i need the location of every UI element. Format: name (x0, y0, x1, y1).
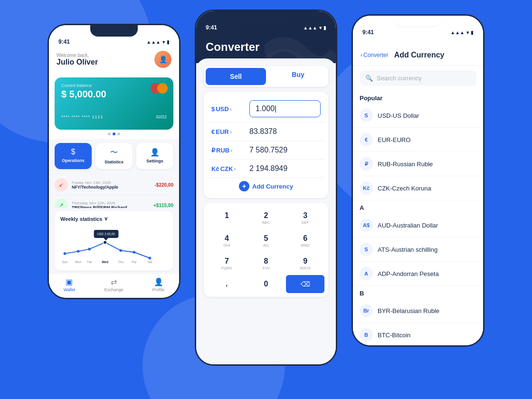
czk-symbol: Kč (211, 165, 219, 172)
credit-card: Current balance $ 5,000.00 **** **** ***… (55, 77, 173, 130)
numpad-7[interactable]: 7PQRS (208, 252, 246, 275)
numpad-row-3: 7PQRS 8TUV 9WXYZ (208, 252, 324, 275)
section-a-title: A (353, 200, 483, 213)
add-currency-button[interactable]: + Add Currency (208, 178, 324, 194)
list-item[interactable]: ₽ RUB-Russian Ruble (353, 152, 483, 176)
phone3-header: ‹ Converter Add Currency (353, 38, 483, 66)
currency-symbol-ats: S (360, 243, 373, 256)
back-button[interactable]: ‹ Converter (361, 52, 389, 58)
exchange-icon: ⇄ (111, 277, 117, 286)
list-item[interactable]: Kč CZK-Czech Koruna (353, 176, 483, 200)
tx-amount-1: -$220,00 (155, 182, 173, 188)
numpad-0[interactable]: 0 (247, 275, 285, 293)
czk-row: Kč CZK › 2 194.8949 (208, 160, 324, 178)
list-item[interactable]: S USD-US Dollar (353, 104, 483, 128)
card-dots (55, 133, 173, 135)
signal-icon: ▲▲▲ (450, 30, 465, 35)
svg-text:Sun: Sun (62, 260, 68, 264)
page-title: Add Currency (394, 51, 445, 59)
list-item[interactable]: Br BYR-Belarusian Ruble (353, 299, 483, 323)
phones-container: 9:41 ▲▲▲ ▾ ▮ Welcome back, Julio Oliver … (0, 0, 532, 380)
settings-button[interactable]: 👤 Settings (136, 143, 173, 169)
numpad-row-1: 1 2ABC 3DEF (208, 207, 324, 229)
list-item[interactable]: € EUR-EURO (353, 128, 483, 152)
numpad-dot[interactable]: . (208, 275, 246, 293)
currency-symbol-rub: ₽ (360, 157, 373, 171)
phone1-time: 9:41 (58, 38, 70, 45)
profile-icon: 👤 (154, 277, 163, 286)
currency-symbol-eur: € (360, 133, 373, 146)
currency-name-byr: BYR-Belarusian Ruble (378, 307, 439, 314)
svg-text:Thu: Thu (118, 260, 124, 264)
tx-name-1: NFY/Technology/Apple (72, 185, 151, 190)
usd-arrow: › (230, 105, 232, 113)
search-box[interactable]: 🔍 Search currency (360, 70, 476, 86)
statistics-label: Statistics (104, 160, 124, 164)
rub-arrow: › (230, 147, 232, 154)
chevron-down-icon: ∨ (104, 216, 108, 222)
currency-symbol-byr: Br (360, 304, 373, 317)
nav-wallet[interactable]: ▣ Wallet (64, 277, 76, 292)
nav-exchange[interactable]: ⇄ Exchange (104, 277, 124, 292)
currency-symbol-btc: B (360, 328, 373, 342)
numpad-3[interactable]: 3DEF (286, 207, 324, 229)
tx-amount-2: +$115,00 (153, 203, 173, 208)
battery-icon: ▮ (471, 30, 474, 35)
operations-button[interactable]: $ Operations (55, 143, 92, 169)
numpad-5[interactable]: 5JKL (247, 229, 285, 252)
card-expiry: 02/22 (156, 114, 167, 119)
weekly-stats-card: Weekly statistics ∨ USD 2.63,00 (55, 211, 173, 270)
statistics-button[interactable]: 〜 Statistics (95, 143, 133, 169)
list-item[interactable]: A ADP-Andorran Peseta (353, 262, 483, 286)
phone2-notch (242, 11, 290, 22)
eur-symbol: € (211, 128, 215, 135)
rub-value: 7 580.7529 (249, 146, 321, 154)
phone2-content: 9:41 ▲▲▲ ▾ ▮ Converter Sell Buy (196, 11, 336, 364)
tx-icon-2: ↗ (55, 199, 68, 208)
list-item[interactable]: B BTC-Bitcoin (353, 323, 483, 345)
wave-decoration (265, 25, 336, 82)
eur-row: € EUR › 83.8378 (208, 123, 324, 141)
usd-input[interactable]: 1.000| (249, 100, 321, 117)
numpad-9[interactable]: 9WXYZ (286, 252, 324, 275)
card-dot-2 (113, 133, 115, 135)
operations-icon: $ (71, 148, 76, 156)
rub-symbol: ₽ (211, 147, 215, 154)
tx-date-1: Fryday, Nov 13th, 2020 (72, 180, 151, 185)
search-input[interactable]: Search currency (377, 75, 422, 82)
card-dot-1 (108, 133, 111, 135)
numpad-1[interactable]: 1 (208, 207, 246, 229)
numpad-row-4: . 0 ⌫ (208, 275, 324, 293)
list-item[interactable]: S ATS-Austrian schilling (353, 238, 483, 262)
table-row: ↗ Thursday, Nov 12th, 2020 TRF/Nepa Bill… (55, 195, 173, 208)
statistics-icon: 〜 (110, 148, 118, 158)
numpad-2[interactable]: 2ABC (247, 207, 285, 229)
currency-symbol-adp: A (360, 267, 373, 280)
card-section: Current balance $ 5,000.00 **** **** ***… (49, 74, 179, 139)
svg-point-9 (149, 256, 152, 259)
table-row: ↙ Fryday, Nov 13th, 2020 NFY/Technology/… (55, 175, 173, 195)
signal-icon: ▲▲▲ (146, 39, 161, 45)
mastercard-right (157, 83, 168, 94)
list-item[interactable]: A$ AUD-Australian Dollar (353, 213, 483, 238)
battery-icon: ▮ (167, 39, 170, 45)
avatar[interactable]: 👤 (154, 51, 171, 68)
numpad-delete[interactable]: ⌫ (286, 275, 324, 293)
weekly-stats-title: Weekly statistics ∨ (60, 216, 168, 222)
numpad-6[interactable]: 6MNO (286, 229, 324, 252)
nav-profile[interactable]: 👤 Profile (152, 277, 165, 292)
svg-marker-2 (104, 238, 108, 241)
numpad-8[interactable]: 8TUV (247, 252, 285, 275)
eur-label: € EUR › (211, 128, 249, 135)
phone-3: 9:41 ▲▲▲ ▾ ▮ ‹ Converter Add Currency 🔍 … (352, 14, 484, 347)
svg-text:Fry: Fry (132, 260, 137, 264)
numpad-4[interactable]: 4GHI (208, 229, 246, 252)
usd-label: $ USD › (211, 105, 249, 113)
section-popular-title: Popular (353, 91, 483, 104)
phone2-time: 9:41 (206, 24, 217, 31)
svg-point-4 (77, 250, 80, 253)
numpad: 1 2ABC 3DEF 4GHI 5JKL 6MNO 7PQRS 8TUV 9W… (204, 203, 328, 297)
sell-tab[interactable]: Sell (206, 68, 266, 85)
weekly-chart: USD 2.63,00 Sun Mon Tue Wed (60, 226, 168, 264)
tx-info-1: Fryday, Nov 13th, 2020 NFY/Technology/Ap… (72, 180, 151, 190)
